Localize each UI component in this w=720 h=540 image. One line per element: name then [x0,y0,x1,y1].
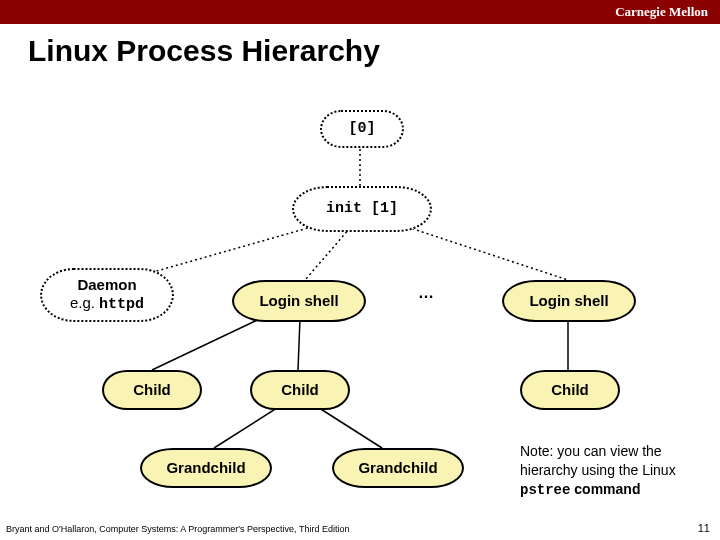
node-child-3-label: Child [551,381,589,399]
svg-line-8 [316,406,382,448]
node-init-label: init [1] [326,200,398,218]
ellipsis: … [418,284,434,302]
svg-line-4 [152,315,268,370]
node-child-1: Child [102,370,202,410]
svg-line-2 [305,228,350,280]
node-daemon: Daemon e.g. httpd [40,268,174,322]
svg-line-5 [298,318,300,370]
page-number: 11 [698,522,710,534]
footer-citation: Bryant and O'Hallaron, Computer Systems:… [6,524,349,534]
node-daemon-line2: e.g. httpd [70,294,144,314]
slide-title: Linux Process Hierarchy [28,34,380,68]
node-daemon-line1: Daemon [77,276,136,294]
node-grandchild-1: Grandchild [140,448,272,488]
node-root: [0] [320,110,404,148]
svg-line-3 [398,224,568,280]
svg-line-7 [214,406,280,448]
header-bar: Carnegie Mellon [0,0,720,24]
node-login-2: Login shell [502,280,636,322]
node-child-2-label: Child [281,381,319,399]
node-init: init [1] [292,186,432,232]
note-text: Note: you can view the hierarchy using t… [520,442,710,500]
node-root-label: [0] [348,120,375,138]
node-login-2-label: Login shell [529,292,608,310]
node-child-2: Child [250,370,350,410]
node-login-1-label: Login shell [259,292,338,310]
header-org: Carnegie Mellon [615,4,708,20]
node-grandchild-1-label: Grandchild [166,459,245,477]
node-grandchild-2-label: Grandchild [358,459,437,477]
node-login-1: Login shell [232,280,366,322]
node-child-3: Child [520,370,620,410]
node-grandchild-2: Grandchild [332,448,464,488]
node-child-1-label: Child [133,381,171,399]
